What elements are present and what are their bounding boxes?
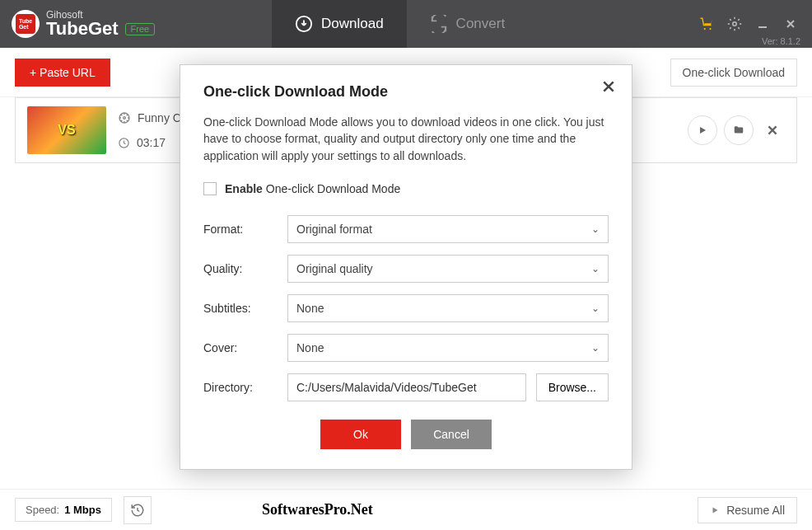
oneclick-dialog: One-click Download Mode One-click Downlo… [180, 64, 632, 470]
quality-row: Quality: Original quality ⌄ [203, 255, 609, 283]
tab-download-label: Download [321, 16, 384, 32]
watermark-text: SoftwaresPro.Net [262, 501, 373, 518]
close-icon [602, 80, 615, 93]
svg-point-1 [704, 28, 706, 30]
subtitles-select[interactable]: None ⌄ [287, 294, 609, 322]
cover-row: Cover: None ⌄ [203, 334, 609, 362]
history-icon [130, 503, 145, 518]
dialog-actions: Ok Cancel [203, 420, 609, 449]
paste-url-button[interactable]: + Paste URL [15, 59, 110, 87]
format-label: Format: [203, 223, 278, 236]
svg-point-2 [709, 28, 711, 30]
cover-value: None [296, 341, 324, 354]
dialog-title: One-click Download Mode [203, 83, 609, 101]
cart-icon [699, 16, 714, 31]
format-select[interactable]: Original format ⌄ [287, 215, 609, 243]
speed-label: Speed: [26, 504, 59, 516]
speed-value: 1 Mbps [64, 504, 101, 516]
logo-area: TubeGet Gihosoft TubeGet Free [8, 10, 222, 38]
directory-value: C:/Users/Malavida/Videos/TubeGet [296, 381, 477, 394]
chevron-down-icon: ⌄ [591, 263, 600, 274]
tab-download[interactable]: Download [272, 0, 407, 48]
convert-icon [430, 15, 448, 33]
clock-icon [118, 137, 130, 149]
chevron-down-icon: ⌄ [591, 303, 600, 314]
version-label: Ver: 8.1.2 [762, 36, 800, 46]
svg-point-3 [733, 22, 737, 26]
footer: Speed: 1 Mbps SoftwaresPro.Net Resume Al… [0, 489, 812, 530]
cart-button[interactable] [693, 11, 720, 37]
browse-button[interactable]: Browse... [536, 373, 609, 401]
directory-row: Directory: C:/Users/Malavida/Videos/Tube… [203, 373, 609, 401]
folder-icon [733, 124, 744, 136]
resume-label: Resume All [726, 504, 785, 517]
svg-point-6 [124, 117, 126, 120]
app-header: TubeGet Gihosoft TubeGet Free Download C… [0, 0, 812, 48]
ok-button[interactable]: Ok [320, 420, 401, 449]
subtitles-value: None [296, 302, 324, 315]
quality-select[interactable]: Original quality ⌄ [287, 255, 609, 283]
chevron-down-icon: ⌄ [591, 342, 600, 354]
item-duration: 03:17 [137, 136, 166, 149]
dialog-description: One-click Download Mode allows you to do… [203, 114, 609, 164]
close-icon [766, 124, 779, 137]
directory-input[interactable]: C:/Users/Malavida/Videos/TubeGet [287, 373, 526, 401]
free-badge: Free [125, 23, 156, 35]
directory-label: Directory: [203, 381, 278, 394]
speed-indicator[interactable]: Speed: 1 Mbps [15, 498, 112, 522]
format-row: Format: Original format ⌄ [203, 215, 609, 243]
quality-label: Quality: [203, 262, 278, 275]
minimize-button[interactable] [749, 11, 776, 37]
item-actions [688, 115, 785, 145]
play-button[interactable] [688, 115, 717, 145]
video-thumbnail [27, 106, 106, 154]
play-icon [697, 124, 708, 136]
tab-convert[interactable]: Convert [407, 0, 529, 48]
brand-title: TubeGet [46, 20, 119, 38]
cover-label: Cover: [203, 341, 278, 354]
svg-rect-4 [758, 26, 767, 28]
minimize-icon [757, 18, 768, 30]
tab-convert-label: Convert [456, 16, 506, 32]
quality-value: Original quality [296, 262, 373, 275]
header-actions [693, 11, 804, 37]
dialog-close-button[interactable] [602, 80, 615, 93]
remove-item-button[interactable] [760, 118, 785, 143]
nav-tabs: Download Convert [272, 0, 528, 48]
gear-icon [727, 16, 742, 31]
enable-checkbox[interactable] [203, 182, 217, 195]
subtitles-row: Subtitles: None ⌄ [203, 294, 609, 322]
cover-select[interactable]: None ⌄ [287, 334, 609, 362]
settings-button[interactable] [721, 11, 748, 37]
open-folder-button[interactable] [724, 115, 754, 145]
subtitles-label: Subtitles: [203, 302, 278, 315]
download-icon [295, 15, 313, 33]
resume-all-button[interactable]: Resume All [698, 497, 797, 523]
close-window-button[interactable] [777, 11, 804, 37]
app-logo: TubeGet [12, 10, 40, 38]
play-icon [710, 505, 720, 515]
cancel-button[interactable]: Cancel [411, 420, 492, 449]
film-icon [118, 111, 131, 124]
chevron-down-icon: ⌄ [591, 223, 600, 235]
enable-checkbox-row[interactable]: Enable One-click Download Mode [203, 182, 609, 195]
close-icon [785, 18, 796, 30]
format-value: Original format [296, 223, 372, 236]
brand-text: Gihosoft TubeGet Free [46, 10, 155, 38]
oneclick-download-button[interactable]: One-click Download [670, 59, 798, 87]
enable-label: Enable One-click Download Mode [225, 182, 400, 195]
history-button[interactable] [124, 496, 152, 524]
